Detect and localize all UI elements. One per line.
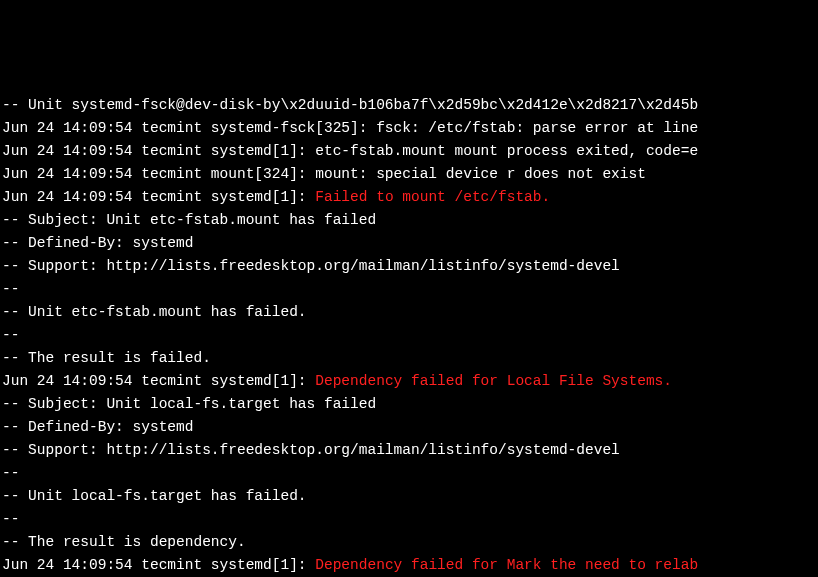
log-line: -- Subject: Unit local-fs.target has fai… [2, 393, 816, 416]
log-text: Jun 24 14:09:54 tecmint systemd[1]: [2, 373, 315, 389]
log-line: -- Unit systemd-fsck@dev-disk-by\x2duuid… [2, 94, 816, 117]
log-text: -- The result is dependency. [2, 534, 246, 550]
log-line: -- Defined-By: systemd [2, 416, 816, 439]
log-line: -- [2, 324, 816, 347]
log-text: -- Unit local-fs.target has failed. [2, 488, 307, 504]
log-line: Jun 24 14:09:54 tecmint systemd[1]: Depe… [2, 370, 816, 393]
error-text: Failed to mount /etc/fstab. [315, 189, 550, 205]
log-line: -- [2, 508, 816, 531]
error-text: Dependency failed for Mark the need to r… [315, 557, 698, 573]
log-line: -- Subject: Unit etc-fstab.mount has fai… [2, 209, 816, 232]
log-text: Jun 24 14:09:54 tecmint systemd[1]: [2, 557, 315, 573]
log-line: -- The result is dependency. [2, 531, 816, 554]
log-line: -- Support: http://lists.freedesktop.org… [2, 439, 816, 462]
log-text: -- Unit etc-fstab.mount has failed. [2, 304, 307, 320]
log-text: -- [2, 511, 19, 527]
log-text: -- Unit systemd-fsck@dev-disk-by\x2duuid… [2, 97, 698, 113]
log-text: Jun 24 14:09:54 tecmint systemd-fsck[325… [2, 120, 698, 136]
log-text: Jun 24 14:09:54 tecmint mount[324]: moun… [2, 166, 646, 182]
log-line: -- The result is failed. [2, 347, 816, 370]
log-line: Jun 24 14:09:54 tecmint systemd[1]: Depe… [2, 554, 816, 577]
log-line: -- Unit local-fs.target has failed. [2, 485, 816, 508]
log-text: -- [2, 327, 19, 343]
log-line: Jun 24 14:09:54 tecmint systemd[1]: etc-… [2, 140, 816, 163]
log-text: -- Subject: Unit etc-fstab.mount has fai… [2, 212, 376, 228]
log-text: Jun 24 14:09:54 tecmint systemd[1]: [2, 189, 315, 205]
log-line: -- Support: http://lists.freedesktop.org… [2, 255, 816, 278]
log-text: -- Defined-By: systemd [2, 235, 193, 251]
log-line: Jun 24 14:09:54 tecmint systemd-fsck[325… [2, 117, 816, 140]
log-line: -- Defined-By: systemd [2, 232, 816, 255]
log-line: Jun 24 14:09:54 tecmint mount[324]: moun… [2, 163, 816, 186]
log-line: Jun 24 14:09:54 tecmint systemd[1]: Fail… [2, 186, 816, 209]
log-text: Jun 24 14:09:54 tecmint systemd[1]: etc-… [2, 143, 698, 159]
terminal-output[interactable]: -- Unit systemd-fsck@dev-disk-by\x2duuid… [2, 94, 816, 577]
log-text: -- Support: http://lists.freedesktop.org… [2, 258, 620, 274]
log-text: -- Subject: Unit local-fs.target has fai… [2, 396, 376, 412]
log-text: -- [2, 281, 19, 297]
log-line: -- Unit etc-fstab.mount has failed. [2, 301, 816, 324]
log-text: -- Support: http://lists.freedesktop.org… [2, 442, 620, 458]
log-line: -- [2, 278, 816, 301]
log-text: -- [2, 465, 19, 481]
log-text: -- Defined-By: systemd [2, 419, 193, 435]
error-text: Dependency failed for Local File Systems… [315, 373, 672, 389]
log-line: -- [2, 462, 816, 485]
log-text: -- The result is failed. [2, 350, 211, 366]
